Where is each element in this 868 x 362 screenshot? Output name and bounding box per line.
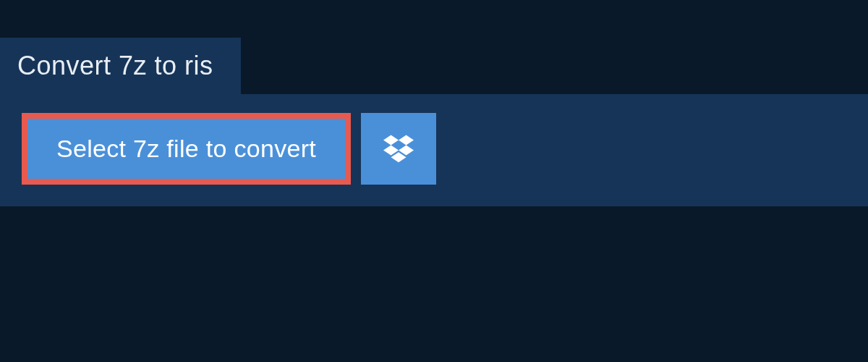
- tab-title: Convert 7z to ris: [17, 51, 213, 80]
- select-file-label: Select 7z file to convert: [56, 135, 316, 163]
- dropbox-button[interactable]: [361, 113, 436, 185]
- button-row: Select 7z file to convert: [22, 113, 846, 185]
- conversion-panel: Select 7z file to convert: [0, 94, 868, 206]
- select-file-button[interactable]: Select 7z file to convert: [22, 113, 351, 185]
- tab-bar: Convert 7z to ris: [0, 0, 868, 94]
- tab-convert[interactable]: Convert 7z to ris: [0, 38, 241, 94]
- dropbox-icon: [383, 132, 414, 166]
